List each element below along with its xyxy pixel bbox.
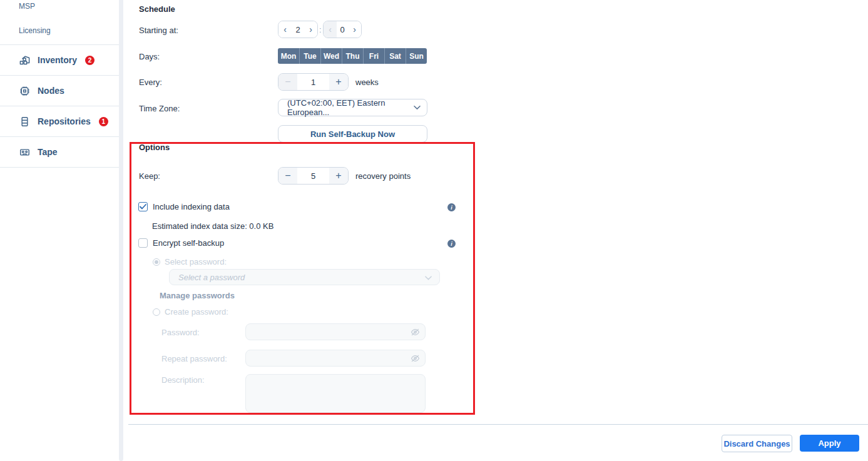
timezone-select[interactable]: (UTC+02:00, EET) Eastern European...: [278, 99, 427, 116]
keep-decrement-button[interactable]: −: [278, 168, 297, 184]
days-label: Days:: [139, 52, 160, 61]
sidebar-item-label: Inventory: [38, 55, 77, 65]
create-password-radio-row[interactable]: Create password:: [153, 307, 228, 317]
keep-unit-label: recovery points: [355, 171, 411, 181]
day-button-fri[interactable]: Fri: [363, 48, 384, 64]
password-select[interactable]: Select a password: [169, 269, 440, 285]
tape-icon: [19, 146, 31, 158]
day-button-thu[interactable]: Thu: [342, 48, 363, 64]
every-stepper: − 1 +: [278, 73, 349, 91]
sidebar-item-msp[interactable]: MSP: [19, 2, 35, 11]
timezone-value: (UTC+02:00, EET) Eastern European...: [287, 98, 411, 117]
include-indexing-label: Include indexing data: [153, 202, 230, 211]
select-password-radio[interactable]: [153, 258, 160, 266]
sidebar-item-label: Repositories: [38, 116, 91, 126]
sidebar-item-label: Nodes: [38, 86, 64, 96]
every-increment-button[interactable]: +: [329, 74, 348, 90]
hour-spinner: ‹ 2 ›: [278, 21, 318, 38]
sidebar-item-inventory[interactable]: Inventory 2: [0, 45, 119, 75]
inventory-badge: 2: [85, 56, 94, 65]
estimated-index-size-text: Estimated index data size: 0.0 KB: [152, 221, 273, 231]
password-field-label: Password:: [161, 328, 200, 337]
days-selector: Mon Tue Wed Thu Fri Sat Sun: [278, 48, 427, 64]
inventory-icon: [19, 54, 31, 66]
include-indexing-checkbox[interactable]: [138, 202, 148, 211]
keep-label: Keep:: [139, 171, 160, 181]
description-field-label: Description:: [161, 375, 205, 385]
password-input[interactable]: [245, 323, 426, 340]
every-label: Every:: [139, 78, 162, 87]
indexing-info-icon[interactable]: i: [447, 203, 456, 211]
apply-button[interactable]: Apply: [800, 435, 859, 452]
self-backup-settings-page: MSP Licensing Inventory 2 Nodes: [0, 0, 868, 461]
checkmark-icon: [140, 204, 146, 210]
sidebar-item-label: Tape: [38, 147, 58, 157]
eye-off-icon[interactable]: [411, 328, 420, 336]
sidebar: MSP Licensing Inventory 2 Nodes: [0, 0, 119, 461]
keep-increment-button[interactable]: +: [329, 168, 348, 184]
starting-at-label: Starting at:: [139, 26, 178, 35]
run-self-backup-button[interactable]: Run Self-Backup Now: [278, 125, 427, 143]
day-button-sat[interactable]: Sat: [384, 48, 406, 64]
create-password-label: Create password:: [165, 307, 228, 317]
select-password-label: Select password:: [165, 257, 227, 266]
timezone-label: Time Zone:: [139, 104, 180, 113]
description-textarea[interactable]: [245, 374, 426, 413]
nodes-icon: [19, 85, 31, 97]
day-button-sun[interactable]: Sun: [406, 48, 427, 64]
chevron-down-icon: [425, 273, 432, 282]
time-separator: :: [319, 25, 322, 34]
minute-spinner: ‹ 0 ›: [323, 21, 362, 38]
divider: [0, 167, 119, 168]
repositories-icon: [19, 116, 31, 128]
discard-changes-button[interactable]: Discard Changes: [722, 435, 792, 452]
day-button-wed[interactable]: Wed: [320, 48, 342, 64]
hour-value: 2: [292, 21, 304, 38]
repositories-badge: 1: [99, 117, 108, 126]
every-value: 1: [297, 74, 329, 90]
encrypt-checkbox-row[interactable]: Encrypt self-backup: [138, 238, 224, 248]
every-unit-label: weeks: [355, 78, 379, 87]
minute-decrement-button[interactable]: ‹: [324, 21, 337, 38]
include-indexing-checkbox-row[interactable]: Include indexing data: [138, 202, 230, 211]
hour-increment-button[interactable]: ›: [304, 21, 317, 38]
password-select-placeholder: Select a password: [178, 273, 245, 282]
sidebar-item-repositories[interactable]: Repositories 1: [0, 106, 119, 136]
select-password-radio-row[interactable]: Select password:: [153, 257, 227, 266]
minute-value: 0: [337, 21, 348, 38]
schedule-section-title: Schedule: [139, 4, 175, 14]
hour-decrement-button[interactable]: ‹: [278, 21, 292, 38]
encrypt-checkbox[interactable]: [138, 238, 148, 248]
chevron-down-icon: [414, 106, 421, 110]
manage-passwords-link[interactable]: Manage passwords: [160, 291, 235, 300]
sidebar-item-licensing[interactable]: Licensing: [19, 26, 51, 35]
encrypt-label: Encrypt self-backup: [153, 238, 224, 248]
keep-stepper: − 5 +: [278, 167, 349, 185]
sidebar-item-tape[interactable]: Tape: [0, 137, 119, 167]
keep-value: 5: [297, 168, 329, 184]
eye-off-icon[interactable]: [411, 355, 420, 362]
every-decrement-button[interactable]: −: [278, 74, 297, 90]
sidebar-item-nodes[interactable]: Nodes: [0, 76, 119, 106]
options-section-title: Options: [139, 143, 170, 152]
sidebar-scrollbar[interactable]: [119, 0, 123, 461]
repeat-password-field-label: Repeat password:: [161, 354, 227, 363]
footer-divider: [128, 424, 868, 425]
encrypt-info-icon[interactable]: i: [447, 240, 456, 248]
repeat-password-input[interactable]: [245, 350, 426, 367]
day-button-tue[interactable]: Tue: [299, 48, 320, 64]
create-password-radio[interactable]: [153, 308, 160, 316]
minute-increment-button[interactable]: ›: [348, 21, 361, 38]
day-button-mon[interactable]: Mon: [278, 48, 299, 64]
